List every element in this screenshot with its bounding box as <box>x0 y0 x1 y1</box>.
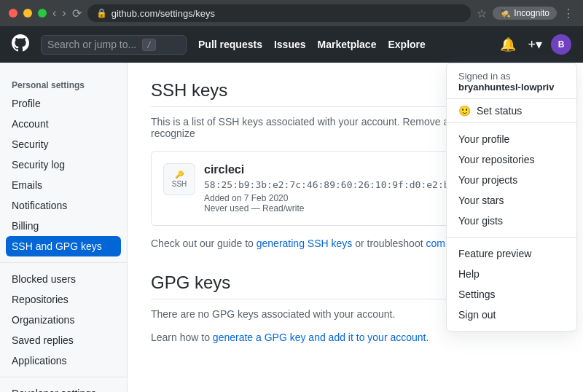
dropdown-your-repositories[interactable]: Your repositories <box>447 149 576 170</box>
set-status-btn[interactable]: 🙂 Set status <box>447 99 576 123</box>
topnav-links: Pull requests Issues Marketplace Explore <box>198 39 426 50</box>
sidebar: Personal settings Profile Account Securi… <box>0 63 128 392</box>
sidebar-item-notifications[interactable]: Notifications <box>0 195 127 216</box>
dropdown-your-gists[interactable]: Your gists <box>447 211 576 231</box>
gpg-learn-text: Learn how to generate a GPG key and add … <box>151 332 560 343</box>
search-bar[interactable]: Search or jump to... / <box>41 35 187 55</box>
sidebar-item-blocked-users[interactable]: Blocked users <box>0 269 127 289</box>
dropdown-username: bryanhuntesl-lowpriv <box>458 82 565 93</box>
search-shortcut: / <box>142 39 156 51</box>
sidebar-item-developer-settings[interactable]: Developer settings <box>0 383 127 392</box>
browser-url-text: github.com/settings/keys <box>111 8 215 19</box>
browser-maximize-btn[interactable] <box>38 9 47 17</box>
browser-close-btn[interactable] <box>9 9 17 17</box>
smiley-icon: 🙂 <box>458 105 471 117</box>
browser-minimize-btn[interactable] <box>23 9 32 17</box>
topnav-pull-requests[interactable]: Pull requests <box>198 39 262 50</box>
dropdown-feature-preview[interactable]: Feature preview <box>447 243 576 264</box>
dropdown-settings[interactable]: Settings <box>447 284 576 305</box>
sidebar-item-account[interactable]: Account <box>0 114 127 134</box>
user-dropdown: Signed in as bryanhuntesl-lowpriv 🙂 Set … <box>446 63 577 332</box>
ssh-key-details: circleci 58:25:b9:3b:e2:7c:46:89:60:26:1… <box>204 163 472 213</box>
key-glyph: 🔑 <box>175 170 184 179</box>
star-icon[interactable]: ☆ <box>477 7 487 20</box>
sidebar-item-security-log[interactable]: Security log <box>0 154 127 175</box>
browser-url-bar[interactable]: 🔒 github.com/settings/keys <box>87 4 472 22</box>
github-logo[interactable] <box>12 34 29 55</box>
dropdown-bottom-section: Feature preview Help Settings Sign out <box>447 238 576 331</box>
ssh-key-added: Added on 7 Feb 2020 <box>204 193 472 203</box>
topnav-issues[interactable]: Issues <box>274 39 306 50</box>
ssh-label: SSH <box>172 180 187 188</box>
dropdown-profile-section: Your profile Your repositories Your proj… <box>447 123 576 238</box>
browser-forward-btn[interactable]: › <box>62 7 66 20</box>
sidebar-item-repositories[interactable]: Repositories <box>0 289 127 310</box>
ssh-key-fingerprint: 58:25:b9:3b:e2:7c:46:89:60:26:10:9f:d0:e… <box>204 179 472 190</box>
ssh-key-icon: 🔑 SSH <box>163 163 195 195</box>
sidebar-item-organizations[interactable]: Organizations <box>0 310 127 330</box>
notifications-btn[interactable]: 🔔 <box>497 34 519 55</box>
plus-btn[interactable]: +▾ <box>525 34 545 55</box>
sidebar-item-saved-replies[interactable]: Saved replies <box>0 330 127 350</box>
sidebar-item-profile[interactable]: Profile <box>0 93 127 114</box>
generate-gpg-key-link[interactable]: generate a GPG key and add it to your ac… <box>213 332 426 343</box>
dropdown-your-projects[interactable]: Your projects <box>447 170 576 190</box>
sidebar-divider-2 <box>0 377 127 377</box>
sidebar-item-emails[interactable]: Emails <box>0 175 127 195</box>
dropdown-sign-out[interactable]: Sign out <box>447 305 576 325</box>
ssh-key-name: circleci <box>204 163 472 176</box>
incognito-icon: 🕵 <box>500 8 511 18</box>
ssh-key-usage: Never used — Read/write <box>204 203 472 213</box>
topnav-explore[interactable]: Explore <box>388 39 425 50</box>
topnav-right: 🔔 +▾ B <box>497 34 571 55</box>
topnav-marketplace[interactable]: Marketplace <box>318 39 377 50</box>
browser-chrome: ‹ › ⟳ 🔒 github.com/settings/keys ☆ 🕵 Inc… <box>0 0 583 26</box>
sidebar-item-ssh-gpg-keys[interactable]: SSH and GPG keys <box>6 236 121 256</box>
incognito-badge: 🕵 Incognito <box>493 7 557 20</box>
sidebar-divider-1 <box>0 262 127 263</box>
dropdown-your-profile[interactable]: Your profile <box>447 129 576 149</box>
topnav: Search or jump to... / Pull requests Iss… <box>0 26 583 63</box>
generating-ssh-keys-link[interactable]: generating SSH keys <box>257 238 353 249</box>
avatar[interactable]: B <box>551 34 571 55</box>
dropdown-help[interactable]: Help <box>447 264 576 284</box>
lock-icon: 🔒 <box>96 8 107 18</box>
sidebar-item-security[interactable]: Security <box>0 134 127 154</box>
sidebar-heading: Personal settings <box>0 74 127 93</box>
browser-refresh-btn[interactable]: ⟳ <box>72 7 82 20</box>
browser-right-icons: ☆ 🕵 Incognito ⋮ <box>477 7 574 20</box>
sidebar-item-billing[interactable]: Billing <box>0 216 127 236</box>
menu-icon[interactable]: ⋮ <box>563 7 574 20</box>
dropdown-your-stars[interactable]: Your stars <box>447 190 576 211</box>
sidebar-item-applications[interactable]: Applications <box>0 350 127 371</box>
search-placeholder: Search or jump to... <box>47 39 136 50</box>
dropdown-header: Signed in as bryanhuntesl-lowpriv <box>447 63 576 99</box>
browser-back-btn[interactable]: ‹ <box>52 7 56 20</box>
